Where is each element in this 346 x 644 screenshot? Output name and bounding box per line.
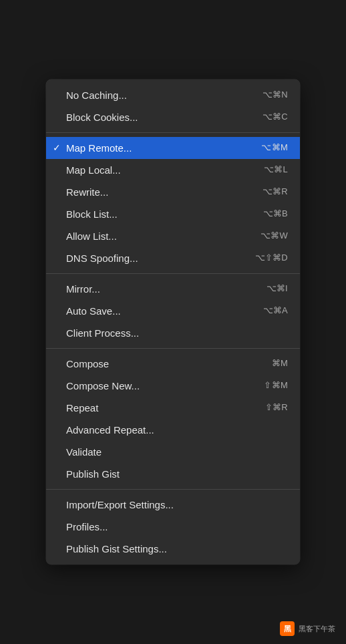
menu-item-label: Allow List... [66,229,247,243]
menu-item-label: Mirror... [66,282,253,296]
menu-item-shortcut: ⌥⌘A [263,305,288,317]
watermark-icon: 黑 [280,621,295,636]
menu-item-auto-save[interactable]: ✓Auto Save...⌥⌘A [46,300,300,322]
menu-item-shortcut: ⌥⌘N [263,89,288,101]
menu-divider [46,489,300,490]
menu-section-section3: ✓Mirror...⌥⌘I✓Auto Save...⌥⌘A✓Client Pro… [46,276,300,346]
menu-section-section5: ✓Import/Export Settings...✓Profiles...✓P… [46,492,300,562]
menu-item-label: Profiles... [66,520,288,534]
menu-item-label: Client Process... [66,326,288,340]
menu-item-shortcut: ⌘M [272,357,288,369]
menu-section-section1: ✓No Caching...⌥⌘N✓Block Cookies...⌥⌘C [46,82,300,130]
watermark: 黑 黑客下午茶 [280,621,335,636]
menu-item-shortcut: ⌥⌘B [263,208,288,220]
context-menu: ✓No Caching...⌥⌘N✓Block Cookies...⌥⌘C✓Ma… [46,79,300,565]
checkmark-icon: ✓ [53,142,61,155]
menu-item-validate[interactable]: ✓Validate [46,441,300,463]
watermark-label: 黑客下午茶 [299,624,335,634]
menu-item-compose[interactable]: ✓Compose⌘M [46,353,300,375]
menu-item-label: Import/Export Settings... [66,498,288,512]
menu-item-advanced-repeat[interactable]: ✓Advanced Repeat... [46,419,300,441]
menu-item-compose-new[interactable]: ✓Compose New...⇧⌘M [46,375,300,397]
menu-item-shortcut: ⌥⌘M [261,142,288,154]
menu-item-block-list[interactable]: ✓Block List...⌥⌘B [46,203,300,225]
menu-item-repeat[interactable]: ✓Repeat⇧⌘R [46,397,300,419]
menu-divider [46,273,300,274]
menu-item-client-process[interactable]: ✓Client Process... [46,322,300,344]
menu-section-section2: ✓Map Remote...⌥⌘M✓Map Local...⌥⌘L✓Rewrit… [46,135,300,271]
menu-item-label: Advanced Repeat... [66,423,288,437]
menu-item-map-local[interactable]: ✓Map Local...⌥⌘L [46,159,300,181]
menu-item-label: Map Remote... [66,141,248,155]
menu-item-label: No Caching... [66,88,249,102]
menu-item-label: Repeat [66,401,252,415]
menu-item-block-cookies[interactable]: ✓Block Cookies...⌥⌘C [46,106,300,128]
menu-item-shortcut: ⌥⌘R [263,186,288,198]
menu-divider [46,132,300,133]
menu-section-section4: ✓Compose⌘M✓Compose New...⇧⌘M✓Repeat⇧⌘R✓A… [46,351,300,487]
menu-item-shortcut: ⌥⇧⌘D [255,252,288,264]
menu-item-dns-spoofing[interactable]: ✓DNS Spoofing...⌥⇧⌘D [46,247,300,269]
menu-item-shortcut: ⌥⌘L [264,164,288,176]
menu-item-shortcut: ⇧⌘M [264,379,288,391]
menu-item-rewrite[interactable]: ✓Rewrite...⌥⌘R [46,181,300,203]
menu-item-label: Block List... [66,207,250,221]
menu-item-publish-gist-settings[interactable]: ✓Publish Gist Settings... [46,538,300,560]
menu-item-label: Block Cookies... [66,110,249,124]
menu-item-publish-gist[interactable]: ✓Publish Gist [46,463,300,485]
menu-item-shortcut: ⌥⌘C [263,111,288,123]
menu-item-shortcut: ⇧⌘R [265,401,288,414]
menu-item-label: Map Local... [66,163,250,177]
menu-item-shortcut: ⌥⌘W [261,230,288,242]
menu-item-label: Compose [66,357,258,371]
menu-item-profiles[interactable]: ✓Profiles... [46,516,300,538]
menu-item-no-caching[interactable]: ✓No Caching...⌥⌘N [46,84,300,106]
menu-item-label: Publish Gist [66,467,288,481]
menu-item-mirror[interactable]: ✓Mirror...⌥⌘I [46,278,300,300]
menu-item-import-export[interactable]: ✓Import/Export Settings... [46,494,300,516]
menu-item-map-remote[interactable]: ✓Map Remote...⌥⌘M [46,137,300,159]
menu-item-label: Validate [66,445,288,459]
menu-item-allow-list[interactable]: ✓Allow List...⌥⌘W [46,225,300,247]
menu-item-label: Compose New... [66,379,250,393]
menu-item-label: Publish Gist Settings... [66,542,288,556]
menu-divider [46,348,300,349]
menu-item-label: Rewrite... [66,185,249,199]
menu-item-shortcut: ⌥⌘I [267,283,288,295]
menu-item-label: DNS Spoofing... [66,251,242,265]
menu-item-label: Auto Save... [66,304,250,318]
